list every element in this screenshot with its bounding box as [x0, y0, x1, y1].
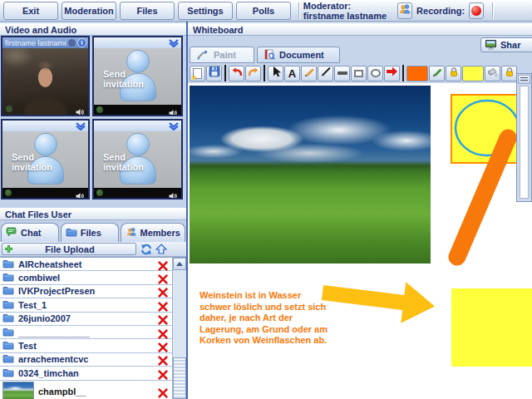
file-row[interactable]: AIRcheatsheet — [0, 258, 172, 271]
files-button[interactable]: Files — [120, 2, 175, 20]
file-row[interactable]: IVKProjectPresen — [0, 285, 172, 298]
drawn-shapes — [188, 83, 532, 399]
panel-handle[interactable] — [518, 75, 530, 84]
file-list-scrollbar[interactable] — [172, 258, 186, 399]
file-upload-button[interactable]: File Upload — [2, 243, 136, 255]
paint-bucket-icon — [487, 66, 498, 81]
delete-x-icon[interactable] — [158, 354, 168, 364]
file-row[interactable]: Test_1 — [0, 298, 172, 312]
file-name: ______________ — [18, 328, 90, 337]
fill-lock-button[interactable] — [501, 66, 517, 81]
settings-button[interactable]: Settings — [178, 2, 233, 20]
redo-button[interactable] — [245, 66, 261, 81]
send-invitation-area[interactable]: Send invitation — [94, 131, 181, 188]
tab-members[interactable]: Members — [121, 223, 185, 242]
select-tool-button[interactable] — [268, 66, 283, 81]
recording-button[interactable] — [469, 2, 484, 19]
redo-icon — [248, 66, 259, 81]
arrow-stamp-button[interactable] — [384, 66, 400, 81]
mic-status-dot — [5, 190, 12, 196]
text-tool-button[interactable]: A — [284, 66, 300, 81]
delete-x-icon[interactable] — [158, 387, 168, 397]
delete-x-icon[interactable] — [158, 286, 168, 296]
speaker-icon[interactable] — [168, 189, 179, 197]
panel-track[interactable] — [520, 86, 529, 199]
fill-bucket-button[interactable] — [485, 66, 500, 81]
pencil-tool-button[interactable] — [301, 66, 317, 81]
invite-tile-header — [2, 121, 88, 131]
file-row[interactable]: 26junio2007 — [0, 313, 172, 326]
tab-document[interactable]: Document — [257, 47, 340, 63]
tab-paint[interactable]: Paint — [190, 47, 254, 63]
scrollbar-thumb[interactable] — [173, 357, 186, 399]
stroke-lock-button[interactable] — [446, 66, 461, 81]
file-name: 0324_timchan — [18, 368, 79, 378]
tab-chat[interactable]: Chat — [1, 223, 59, 242]
drawn-rectangle — [451, 95, 523, 163]
line-width-button[interactable] — [334, 66, 350, 81]
file-upload-label: File Upload — [14, 244, 126, 254]
file-row[interactable]: 0324_timchan — [0, 367, 172, 380]
ellipse-icon — [371, 69, 381, 77]
save-button[interactable] — [206, 66, 222, 81]
app-window: Exit Moderation Files Settings Polls Mod… — [0, 0, 532, 399]
toolbar-divider — [224, 65, 226, 81]
fill-color-swatch[interactable] — [462, 66, 484, 81]
speaker-icon[interactable] — [75, 105, 86, 113]
refresh-icon[interactable] — [140, 244, 152, 255]
delete-x-icon[interactable] — [158, 368, 168, 378]
share-button-label: Shar — [500, 40, 520, 50]
rectangle-tool-button[interactable] — [351, 66, 367, 81]
exit-button[interactable]: Exit — [3, 2, 58, 20]
send-invitation-area[interactable]: Send invitation — [2, 131, 88, 188]
files-panel-title: Chat Files User — [0, 208, 186, 220]
file-row-selected[interactable]: champbl__ — [0, 381, 172, 399]
upload-arrow-icon[interactable] — [155, 244, 167, 255]
file-row[interactable]: combiwel — [0, 271, 172, 284]
delete-x-icon[interactable] — [158, 341, 168, 351]
moderation-button[interactable]: Moderation — [62, 2, 116, 20]
delete-x-icon[interactable] — [158, 328, 168, 337]
mic-status-dot — [6, 106, 12, 112]
arrow-stamp-icon — [386, 66, 398, 81]
speaker-icon[interactable] — [168, 106, 179, 114]
file-name: 26junio2007 — [18, 313, 71, 323]
new-page-button[interactable] — [190, 66, 205, 81]
delete-x-icon[interactable] — [158, 300, 168, 310]
delete-x-icon[interactable] — [158, 273, 168, 283]
moderator-label: Moderator: firstname lastname — [303, 1, 393, 21]
scroll-up-button[interactable] — [173, 258, 186, 270]
line-icon — [320, 66, 332, 81]
line-width-icon — [337, 71, 347, 75]
screen-share-icon — [485, 39, 497, 52]
file-row[interactable]: arrachementcvc — [0, 353, 172, 367]
file-row[interactable]: Test — [0, 339, 172, 352]
tab-files[interactable]: Files — [61, 223, 119, 242]
audio-bar — [94, 188, 181, 198]
webcam-tile-header: firstname lastname i — [2, 37, 88, 48]
audio-bar — [2, 188, 88, 198]
mic-status-dot — [96, 106, 103, 113]
toolbar-divider — [264, 65, 265, 81]
send-invitation-label: Send invitation — [103, 69, 156, 89]
participants-button[interactable] — [397, 2, 412, 19]
whiteboard-canvas[interactable]: Weinstein ist in Wasser schwer löslich u… — [188, 83, 532, 399]
info-icon[interactable]: i — [77, 38, 86, 47]
undo-button[interactable] — [229, 66, 244, 81]
polls-button[interactable]: Polls — [236, 2, 291, 20]
send-invitation-area[interactable]: Send invitation — [94, 48, 181, 105]
delete-x-icon[interactable] — [158, 259, 168, 269]
line-tool-button[interactable] — [318, 66, 333, 81]
folder-icon — [2, 257, 14, 272]
share-button[interactable]: Shar — [480, 37, 532, 52]
ellipse-tool-button[interactable] — [367, 66, 383, 81]
speaker-icon[interactable] — [75, 189, 86, 197]
stroke-color-swatch[interactable] — [406, 66, 428, 81]
drawn-rectangle-filled — [451, 288, 532, 367]
delete-x-icon[interactable] — [158, 313, 168, 323]
mic-status-dot — [96, 190, 103, 196]
members-icon — [126, 227, 137, 239]
stroke-pencil-button[interactable] — [429, 66, 445, 81]
webcam-username-label: firstname lastname — [5, 39, 66, 47]
file-row[interactable]: ______________ — [0, 326, 172, 339]
